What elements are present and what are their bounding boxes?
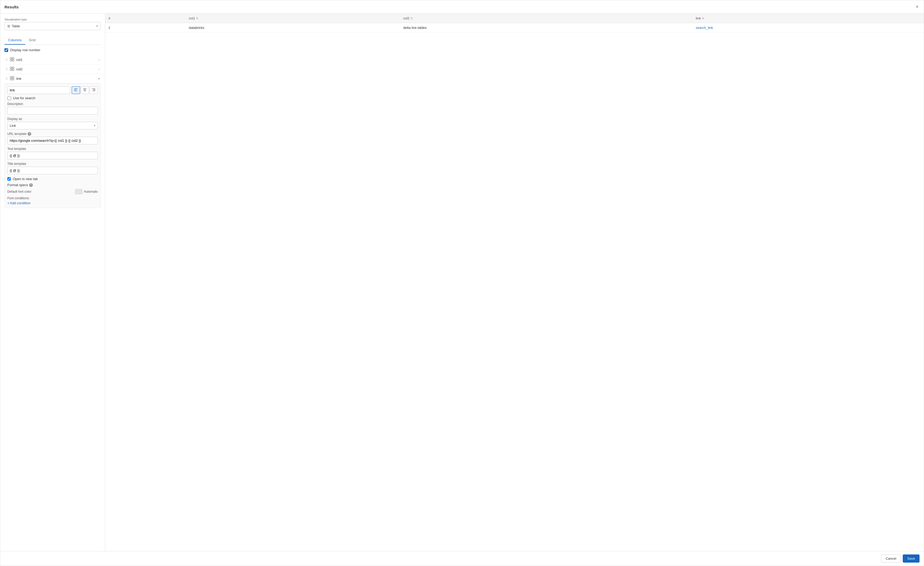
url-template-group: URL template ? xyxy=(8,132,98,144)
row-num-1: 1 xyxy=(105,23,186,33)
open-new-tab-label: Open in new tab xyxy=(13,177,38,181)
visualization-type-label: Visualization type xyxy=(4,18,101,21)
open-new-tab-checkbox[interactable] xyxy=(8,177,11,181)
tabs-container: Columns Grid xyxy=(4,36,101,45)
column-item-link[interactable]: ⠿ link ▾ xyxy=(4,74,101,84)
url-template-input[interactable] xyxy=(8,137,98,144)
table-grid-icon: ⊞ xyxy=(8,24,10,28)
align-center-button[interactable] xyxy=(81,86,89,94)
chevron-down-display-as: ▾ xyxy=(94,124,96,127)
add-condition-label: Add condition xyxy=(10,201,31,205)
results-table: # col1 ⇅ col2 ⇅ xyxy=(105,14,924,33)
add-condition-button[interactable]: + Add condition xyxy=(8,201,30,205)
table-header-row: # col1 ⇅ col2 ⇅ xyxy=(105,14,924,23)
color-swatch-label-text: Automatic xyxy=(84,190,98,194)
col2-name: col2 xyxy=(16,67,22,71)
font-conditions-label: Font conditions: xyxy=(8,197,98,200)
modal-header: Results × xyxy=(0,0,924,14)
modal-body: Visualization type ⊞ Table ▾ Columns Gri… xyxy=(0,14,924,551)
display-row-number-row: Display row number xyxy=(4,48,101,52)
display-as-label: Display as: xyxy=(8,117,98,121)
col-type-icon-col1 xyxy=(10,57,14,62)
description-group: Description xyxy=(8,102,98,114)
chevron-down-icon-link: ▾ xyxy=(98,77,100,81)
description-input[interactable] xyxy=(8,107,98,114)
drag-handle-col2: ⠿ xyxy=(6,68,8,71)
svg-rect-5 xyxy=(12,67,14,69)
chevron-right-icon-col2: › xyxy=(99,68,100,71)
column-item-col1[interactable]: ⠿ col1 › xyxy=(4,55,101,65)
align-buttons xyxy=(72,86,98,94)
title-template-group: Title template xyxy=(8,162,98,174)
text-template-group: Text template xyxy=(8,147,98,159)
title-template-input[interactable] xyxy=(8,167,98,174)
url-template-help-icon: ? xyxy=(28,132,31,136)
drag-handle-col1: ⠿ xyxy=(6,58,8,62)
svg-rect-7 xyxy=(12,69,14,71)
cancel-button[interactable]: Cancel xyxy=(881,554,901,563)
svg-rect-9 xyxy=(12,77,14,78)
display-row-number-label: Display row number xyxy=(10,48,40,52)
visualization-type-group: Visualization type ⊞ Table ▾ xyxy=(4,18,101,30)
link-name-input[interactable] xyxy=(8,86,70,94)
column-item-col2[interactable]: ⠿ col2 › xyxy=(4,65,101,74)
format-specs-row: Format specs ? xyxy=(8,183,98,187)
title-template-label: Title template xyxy=(8,162,98,166)
svg-rect-1 xyxy=(12,57,14,59)
svg-rect-10 xyxy=(10,78,12,80)
row-col2-value: delta live tables xyxy=(400,23,693,33)
format-specs-label: Format specs xyxy=(8,183,28,187)
svg-rect-4 xyxy=(10,67,12,69)
modal-footer: Cancel Save xyxy=(0,551,924,566)
description-label: Description xyxy=(8,102,98,106)
link-column-expanded: Use for search Description Display as: L… xyxy=(4,84,101,208)
chevron-right-icon-col1: › xyxy=(99,58,100,62)
url-template-label: URL template ? xyxy=(8,132,98,136)
chevron-down-icon: ▾ xyxy=(96,24,98,28)
text-template-label: Text template xyxy=(8,147,98,151)
th-col1[interactable]: col1 ⇅ xyxy=(186,14,400,23)
save-button[interactable]: Save xyxy=(903,554,920,563)
svg-rect-2 xyxy=(10,60,12,61)
th-link[interactable]: link ⇅ xyxy=(693,14,924,23)
use-for-search-label: Use for search xyxy=(13,96,35,100)
text-template-input[interactable] xyxy=(8,152,98,159)
col1-name: col1 xyxy=(16,58,22,62)
table-row: 1 databricks delta live tables search_li… xyxy=(105,23,924,33)
align-right-button[interactable] xyxy=(90,86,98,94)
modal-title: Results xyxy=(4,5,19,9)
add-condition-plus-icon: + xyxy=(8,201,9,205)
display-as-group: Display as: Link ▾ xyxy=(8,117,98,129)
tab-grid[interactable]: Grid xyxy=(25,36,39,45)
link-name-align-row xyxy=(8,86,98,94)
tab-columns[interactable]: Columns xyxy=(4,36,25,45)
svg-rect-11 xyxy=(12,78,14,80)
right-panel: # col1 ⇅ col2 ⇅ xyxy=(105,14,924,551)
default-font-color-label: Default font color: xyxy=(8,190,32,194)
column-item-link-wrapper: ⠿ link ▾ xyxy=(4,74,101,209)
col-type-icon-col2 xyxy=(10,67,14,72)
svg-rect-6 xyxy=(10,69,12,71)
visualization-type-select[interactable]: ⊞ Table ▾ xyxy=(4,22,101,30)
th-row-num: # xyxy=(105,14,186,23)
display-as-select[interactable]: Link ▾ xyxy=(8,122,98,129)
close-button[interactable]: × xyxy=(915,3,920,10)
open-new-tab-row: Open in new tab xyxy=(8,177,98,181)
use-for-search-checkbox[interactable] xyxy=(8,96,11,100)
row-link-value[interactable]: search_link xyxy=(693,23,924,33)
svg-rect-8 xyxy=(10,77,12,78)
left-panel: Visualization type ⊞ Table ▾ Columns Gri… xyxy=(0,14,105,551)
svg-rect-0 xyxy=(10,57,12,59)
drag-handle-link: ⠿ xyxy=(6,77,8,81)
default-font-color-row: Default font color: Automatic xyxy=(8,189,98,194)
display-row-number-checkbox[interactable] xyxy=(4,48,8,52)
align-left-button[interactable] xyxy=(72,86,80,94)
format-specs-help-icon: ? xyxy=(29,183,33,187)
results-modal: Results × Visualization type ⊞ Table ▾ xyxy=(0,0,924,566)
display-as-value: Link xyxy=(10,124,16,128)
color-swatch-container[interactable]: Automatic xyxy=(75,189,98,194)
sort-icon-col1: ⇅ xyxy=(196,17,198,20)
th-col2[interactable]: col2 ⇅ xyxy=(400,14,693,23)
color-swatch xyxy=(75,189,82,194)
link-col-name: link xyxy=(16,77,21,81)
